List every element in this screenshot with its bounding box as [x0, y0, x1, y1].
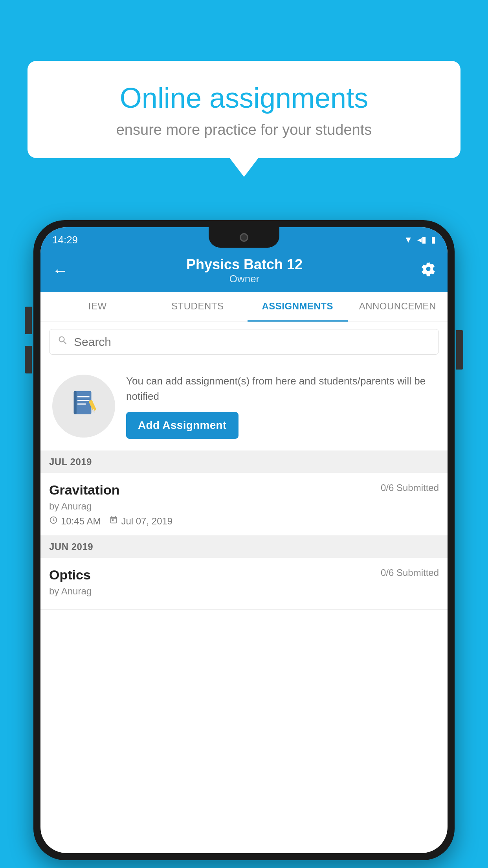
- battery-icon: ▮: [431, 235, 436, 245]
- batch-title: Physics Batch 12: [68, 256, 421, 273]
- month-separator-jun: JUN 2019: [40, 536, 448, 558]
- tabs-bar: IEW STUDENTS ASSIGNMENTS ANNOUNCEMEN: [40, 292, 448, 322]
- notebook-icon: [69, 388, 99, 424]
- phone-screen: 14:29 ▼ ◂▮ ▮ ← Physics Batch 12 Owner: [40, 227, 448, 853]
- assignment-meta-gravitation: 10:45 AM Jul 07, 2019: [49, 516, 439, 527]
- speech-bubble-heading: Online assignments: [51, 83, 437, 114]
- date-meta: Jul 07, 2019: [109, 516, 172, 527]
- vol-up-button: [25, 307, 32, 334]
- assignment-by-optics: by Anurag: [49, 586, 439, 597]
- assignment-row-top-optics: Optics 0/6 Submitted: [49, 567, 439, 583]
- assignment-by-gravitation: by Anurag: [49, 501, 439, 512]
- assignment-item-gravitation[interactable]: Gravitation 0/6 Submitted by Anurag 10:4…: [40, 473, 448, 536]
- promo-card: You can add assignment(s) from here and …: [40, 362, 448, 451]
- search-box[interactable]: [49, 329, 439, 355]
- assignment-time: 10:45 AM: [61, 516, 101, 527]
- header-title-container: Physics Batch 12 Owner: [68, 256, 421, 285]
- speech-bubble: Online assignments ensure more practice …: [28, 61, 460, 158]
- assignment-item-optics[interactable]: Optics 0/6 Submitted by Anurag: [40, 558, 448, 610]
- signal-icon: ◂▮: [417, 235, 426, 245]
- search-icon: [57, 335, 68, 349]
- phone-notch: [209, 227, 279, 248]
- svg-rect-1: [75, 391, 91, 414]
- app-header: ← Physics Batch 12 Owner: [40, 249, 448, 292]
- add-assignment-button[interactable]: Add Assignment: [126, 412, 238, 439]
- back-button[interactable]: ←: [52, 262, 68, 280]
- assignment-submitted-gravitation: 0/6 Submitted: [381, 482, 439, 493]
- svg-rect-2: [73, 391, 76, 414]
- assignment-date: Jul 07, 2019: [121, 516, 172, 527]
- assignment-name-optics: Optics: [49, 567, 91, 583]
- month-label-jun: JUN 2019: [49, 541, 93, 552]
- assignment-name-gravitation: Gravitation: [49, 482, 119, 498]
- search-container: [40, 322, 448, 362]
- settings-button[interactable]: [421, 261, 436, 280]
- speech-bubble-container: Online assignments ensure more practice …: [28, 61, 460, 158]
- status-icons: ▼ ◂▮ ▮: [404, 232, 436, 245]
- month-label-jul: JUL 2019: [49, 456, 92, 467]
- assignment-row-top: Gravitation 0/6 Submitted: [49, 482, 439, 498]
- calendar-icon: [109, 516, 118, 527]
- front-camera: [240, 233, 248, 242]
- promo-text: You can add assignment(s) from here and …: [126, 373, 439, 404]
- batch-subtitle: Owner: [68, 273, 421, 285]
- phone-device: 14:29 ▼ ◂▮ ▮ ← Physics Batch 12 Owner: [33, 220, 455, 860]
- power-button: [456, 330, 463, 370]
- search-input[interactable]: [74, 335, 431, 349]
- wifi-icon: ▼: [404, 235, 413, 245]
- tab-assignments[interactable]: ASSIGNMENTS: [248, 292, 348, 322]
- assignment-submitted-optics: 0/6 Submitted: [381, 567, 439, 578]
- promo-content: You can add assignment(s) from here and …: [126, 373, 439, 439]
- promo-icon-circle: [52, 375, 115, 438]
- speech-bubble-subtext: ensure more practice for your students: [51, 121, 437, 138]
- month-separator-jul: JUL 2019: [40, 451, 448, 473]
- tab-students[interactable]: STUDENTS: [148, 292, 248, 322]
- tab-announcements[interactable]: ANNOUNCEMEN: [348, 292, 448, 322]
- tab-iew[interactable]: IEW: [40, 292, 148, 322]
- vol-down-button: [25, 346, 32, 373]
- clock-icon: [49, 516, 58, 527]
- status-time: 14:29: [52, 231, 78, 246]
- time-meta: 10:45 AM: [49, 516, 101, 527]
